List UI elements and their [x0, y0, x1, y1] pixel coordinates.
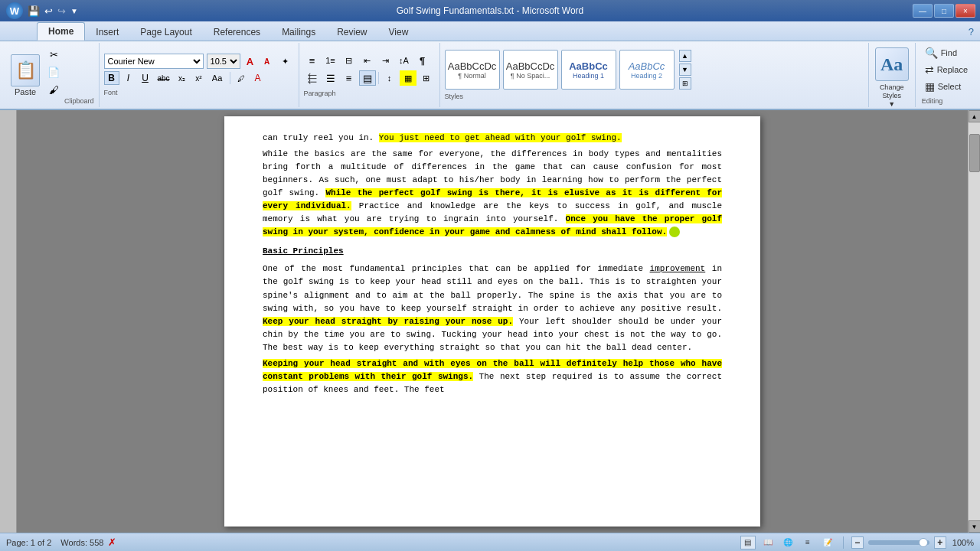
left-margin	[0, 110, 17, 533]
tab-page-layout[interactable]: Page Layout	[129, 24, 202, 41]
paste-button[interactable]: 📋 Paste	[8, 53, 43, 98]
view-web-button[interactable]: 🌐	[780, 536, 795, 549]
office-logo[interactable]: W	[6, 2, 23, 19]
highlight-color-button[interactable]: 🖊	[234, 71, 249, 85]
change-styles-group: Aa ChangeStyles ▼	[869, 43, 916, 107]
spell-check-icon[interactable]: ✗	[108, 536, 116, 548]
font-color-button[interactable]: A	[250, 71, 266, 85]
binoculars-icon: 🔍	[925, 47, 938, 59]
select-button[interactable]: ▦ Select	[922, 79, 971, 94]
view-normal-button[interactable]: ▤	[740, 536, 756, 549]
underline-button[interactable]: U	[138, 71, 153, 85]
p1-highlight: You just need to get ahead with your gol…	[379, 133, 622, 142]
strikethrough-button[interactable]: abc	[155, 71, 173, 85]
style-no-spacing[interactable]: AaBbCcDc ¶ No Spaci...	[503, 50, 558, 90]
align-left-button[interactable]: ⬱	[304, 70, 321, 86]
increase-indent-button[interactable]: ⇥	[377, 53, 394, 68]
style-normal[interactable]: AaBbCcDc ¶ Normal	[445, 50, 500, 90]
increase-font-button[interactable]: A	[243, 54, 257, 68]
p2-cursor	[669, 227, 680, 237]
borders-button[interactable]: ⊞	[418, 70, 435, 86]
select-icon: ▦	[925, 80, 935, 93]
font-family-select[interactable]: Courier New	[104, 54, 204, 69]
p3-underline: improvement	[650, 264, 706, 273]
font-group: Courier New 10.5 A A ✦ B I U abc x₂ x² A…	[100, 43, 299, 107]
tab-review[interactable]: Review	[326, 24, 377, 41]
paragraph-3: One of the most fundamental principles t…	[263, 262, 722, 354]
change-case-button[interactable]: Aa	[208, 71, 227, 85]
zoom-level[interactable]: 100%	[952, 538, 974, 547]
tab-mailings[interactable]: Mailings	[271, 24, 326, 41]
copy-button[interactable]: 📄	[44, 64, 63, 80]
bold-button[interactable]: B	[104, 71, 119, 85]
scroll-thumb[interactable]	[969, 134, 980, 172]
clear-format-button[interactable]: ✦	[277, 54, 294, 68]
sort-button[interactable]: ↕A	[396, 53, 413, 68]
superscript-button[interactable]: x²	[191, 71, 207, 85]
help-icon[interactable]: ?	[962, 23, 980, 41]
word-count[interactable]: Words: 558	[60, 538, 103, 547]
format-painter-button[interactable]: 🖌	[44, 82, 63, 97]
view-outline-button[interactable]: ≡	[800, 536, 815, 549]
page-indicator[interactable]: Page: 1 of 2	[6, 538, 51, 547]
status-bar: Page: 1 of 2 Words: 558 ✗ ▤ 📖 🌐 ≡ 📝 − + …	[0, 533, 980, 551]
styles-group: AaBbCcDc ¶ Normal AaBbCcDc ¶ No Spaci...…	[440, 43, 869, 107]
zoom-slider[interactable]	[868, 540, 929, 545]
style-heading2[interactable]: AaBbCc Heading 2	[619, 50, 675, 90]
view-draft-button[interactable]: 📝	[820, 536, 835, 549]
editing-group: 🔍 Find ⇄ Replace ▦ Select Editing	[916, 43, 977, 107]
replace-icon: ⇄	[925, 64, 934, 76]
p3-before: One of the most fundamental principles t…	[263, 264, 650, 273]
scroll-track[interactable]	[969, 122, 980, 520]
quick-access-undo[interactable]: ↩	[44, 5, 53, 17]
maximize-button[interactable]: □	[934, 4, 954, 18]
line-spacing-button[interactable]: ↕	[381, 70, 398, 86]
window-title: Golf Swing Fundamentals.txt - Microsoft …	[397, 5, 584, 16]
bullets-button[interactable]: ≡	[304, 53, 321, 68]
multilevel-button[interactable]: ⊟	[341, 53, 358, 68]
scrollbar[interactable]: ▲ ▼	[968, 110, 980, 533]
font-size-select[interactable]: 10.5	[207, 54, 240, 69]
scroll-up-button[interactable]: ▲	[969, 110, 981, 122]
cut-button[interactable]: ✂	[44, 47, 63, 62]
quick-access-more[interactable]: ▼	[70, 7, 78, 15]
find-button[interactable]: 🔍 Find	[922, 45, 971, 60]
scroll-down-button[interactable]: ▼	[969, 520, 981, 533]
paragraph-2: While the basics are the same for everyo…	[263, 148, 722, 239]
zoom-thumb	[919, 538, 928, 547]
shading-button[interactable]: ▦	[400, 70, 416, 86]
align-center-button[interactable]: ☰	[322, 70, 339, 86]
paragraph-4: Keeping your head straight and with eyes…	[263, 357, 722, 396]
tab-references[interactable]: References	[203, 24, 271, 41]
styles-scroll-up[interactable]: ▲ ▼ ⊞	[679, 50, 691, 90]
zoom-in-button[interactable]: +	[934, 536, 946, 549]
heading-basic-principles: Basic Principles	[263, 245, 722, 258]
decrease-font-button[interactable]: A	[260, 54, 274, 68]
align-right-button[interactable]: ≡	[341, 70, 358, 86]
paragraph-1: can truly reel you in. You just need to …	[263, 132, 722, 145]
close-button[interactable]: ×	[956, 4, 975, 18]
show-hide-button[interactable]: ¶	[414, 53, 431, 68]
style-heading1[interactable]: AaBbCc Heading 1	[561, 50, 616, 90]
document-page: can truly reel you in. You just need to …	[224, 116, 760, 527]
tab-home[interactable]: Home	[37, 22, 85, 41]
change-styles-button[interactable]: Aa ChangeStyles ▼	[875, 47, 909, 108]
quick-access-save[interactable]: 💾	[28, 5, 40, 17]
replace-button[interactable]: ⇄ Replace	[922, 62, 971, 77]
italic-button[interactable]: I	[121, 71, 136, 85]
zoom-out-button[interactable]: −	[851, 536, 864, 549]
decrease-indent-button[interactable]: ⇤	[359, 53, 376, 68]
p1-text: can truly reel you in.	[263, 133, 379, 142]
p3-highlight: Keep your head straight by raising your …	[263, 317, 513, 326]
view-reading-button[interactable]: 📖	[760, 536, 776, 549]
tab-view[interactable]: View	[378, 24, 420, 41]
numbering-button[interactable]: 1≡	[322, 53, 339, 68]
minimize-button[interactable]: —	[913, 4, 933, 18]
quick-access-redo[interactable]: ↪	[57, 5, 66, 17]
document-scroll-area[interactable]: can truly reel you in. You just need to …	[17, 110, 968, 533]
justify-button[interactable]: ▤	[359, 70, 376, 86]
paste-label: Paste	[15, 87, 36, 96]
subscript-button[interactable]: x₂	[175, 71, 190, 85]
tab-insert[interactable]: Insert	[85, 24, 129, 41]
clipboard-group: 📋 Paste ✂ 📄 🖌 Clipboard	[3, 43, 100, 107]
